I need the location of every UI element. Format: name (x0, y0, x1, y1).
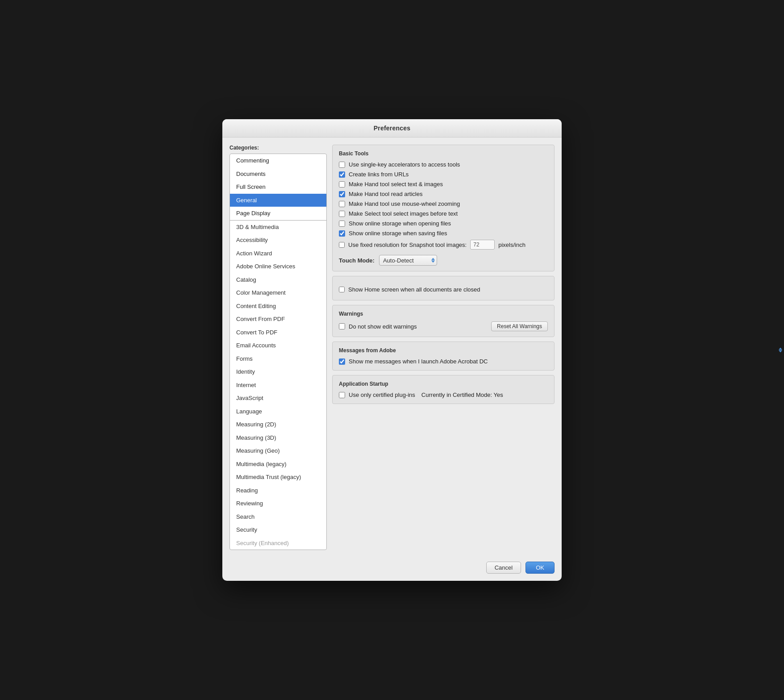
hand-tool-zoom-row: Make Hand tool use mouse-wheel zooming (339, 200, 548, 207)
basic-tools-section: Basic Tools Use single-key accelerators … (332, 145, 555, 271)
sidebar-item-full-screen[interactable]: Full Screen (230, 180, 326, 194)
sidebar-item-identity[interactable]: Identity (230, 365, 326, 379)
sidebar-item-page-display[interactable]: Page Display (230, 207, 326, 220)
startup-section: Application Startup Use only certified p… (332, 375, 555, 404)
sidebar-item-multimedia-trust[interactable]: Multimedia Trust (legacy) (230, 471, 326, 484)
dialog-body: Categories: Commenting Documents Full Sc… (222, 138, 562, 557)
sidebar-item-forms[interactable]: Forms (230, 352, 326, 366)
messages-row: Show me messages when I launch Adobe Acr… (339, 358, 548, 365)
sidebar-item-documents[interactable]: Documents (230, 167, 326, 181)
edit-warnings-label: Do not show edit warnings (349, 323, 417, 330)
sidebar-item-commenting[interactable]: Commenting (230, 154, 326, 167)
sidebar-item-content-editing[interactable]: Content Editing (230, 300, 326, 313)
title-bar: Preferences (222, 119, 562, 138)
certified-plugins-checkbox[interactable] (339, 392, 345, 398)
touch-mode-up-arrow (431, 258, 435, 260)
resolution-label: Use fixed resolution for Snapshot tool i… (348, 242, 467, 248)
hand-tool-text-row: Make Hand tool select text & images (339, 181, 548, 188)
sidebar-item-email-accounts[interactable]: Email Accounts (230, 339, 326, 352)
single-key-accelerators-label: Use single-key accelerators to access to… (349, 161, 460, 168)
dialog-footer: Cancel OK (222, 557, 562, 581)
hand-tool-articles-row: Make Hand tool read articles (339, 191, 548, 197)
certified-mode-label: Currently in Certified Mode: (421, 392, 492, 398)
hand-tool-text-checkbox[interactable] (339, 181, 345, 188)
category-group-bottom: 3D & Multimedia Accessibility Action Wiz… (230, 221, 326, 550)
single-key-accelerators-checkbox[interactable] (339, 162, 345, 168)
sidebar-item-measuring-geo[interactable]: Measuring (Geo) (230, 444, 326, 458)
show-online-saving-row: Show online storage when saving files (339, 230, 548, 237)
home-screen-checkbox[interactable] (339, 287, 345, 292)
certified-mode-text: Currently in Certified Mode: Yes (421, 392, 503, 398)
show-online-opening-label: Show online storage when opening files (349, 220, 451, 227)
sidebar-item-color-management[interactable]: Color Management (230, 286, 326, 300)
sidebar-item-reviewing[interactable]: Reviewing (230, 497, 326, 510)
ok-button[interactable]: OK (525, 562, 555, 574)
sidebar-item-3d-multimedia[interactable]: 3D & Multimedia (230, 221, 326, 234)
certified-plugins-label: Use only certified plug-ins (349, 392, 415, 398)
warnings-section: Warnings Do not show edit warnings Reset… (332, 305, 555, 337)
show-online-opening-row: Show online storage when opening files (339, 220, 548, 227)
sidebar-item-convert-to-pdf[interactable]: Convert To PDF (230, 326, 326, 339)
touch-mode-chevron (431, 258, 435, 263)
hand-tool-zoom-checkbox[interactable] (339, 201, 345, 207)
sidebar-item-accessibility[interactable]: Accessibility (230, 233, 326, 247)
touch-mode-label: Touch Mode: (339, 257, 375, 264)
preferences-dialog: Preferences Categories: Commenting Docum… (222, 119, 562, 581)
sidebar-item-convert-from-pdf[interactable]: Convert From PDF (230, 312, 326, 326)
certified-mode-value: Yes (493, 392, 503, 398)
startup-title: Application Startup (339, 381, 548, 387)
sidebar-item-action-wizard[interactable]: Action Wizard (230, 247, 326, 260)
hand-tool-articles-label: Make Hand tool read articles (349, 191, 422, 197)
sidebar-item-javascript[interactable]: JavaScript (230, 392, 326, 405)
touch-mode-select[interactable]: Auto-Detect (379, 255, 437, 266)
hand-tool-text-label: Make Hand tool select text & images (349, 181, 443, 188)
hand-tool-articles-checkbox[interactable] (339, 191, 345, 197)
sidebar-item-measuring-2d[interactable]: Measuring (2D) (230, 418, 326, 431)
left-panel: Categories: Commenting Documents Full Sc… (229, 145, 327, 550)
select-tool-label: Make Select tool select images before te… (349, 210, 458, 217)
touch-mode-down-arrow (431, 261, 435, 263)
dialog-title: Preferences (374, 125, 410, 132)
hand-tool-zoom-label: Make Hand tool use mouse-wheel zooming (349, 200, 460, 207)
create-links-checkbox[interactable] (339, 171, 345, 178)
basic-tools-title: Basic Tools (339, 150, 548, 157)
show-online-saving-label: Show online storage when saving files (349, 230, 447, 237)
sidebar-item-search[interactable]: Search (230, 510, 326, 524)
resolution-row: Use fixed resolution for Snapshot tool i… (339, 240, 548, 250)
sidebar-item-multimedia-legacy[interactable]: Multimedia (legacy) (230, 458, 326, 471)
cancel-button[interactable]: Cancel (486, 562, 521, 574)
warnings-title: Warnings (339, 311, 548, 317)
right-panel: Basic Tools Use single-key accelerators … (332, 145, 555, 550)
startup-row: Use only certified plug-ins Currently in… (339, 392, 548, 398)
resolution-unit: pixels/inch (498, 242, 525, 248)
sidebar-item-reading[interactable]: Reading (230, 484, 326, 497)
sidebar-item-security-enhanced[interactable]: Security (Enhanced) (230, 537, 326, 550)
sidebar-item-security[interactable]: Security (230, 523, 326, 537)
show-online-saving-checkbox[interactable] (339, 230, 345, 237)
messages-title: Messages from Adobe (339, 347, 548, 354)
sidebar-item-general[interactable]: General (230, 194, 326, 207)
categories-list: Commenting Documents Full Screen General… (229, 154, 327, 550)
messages-section: Messages from Adobe Show me messages whe… (332, 342, 555, 371)
edit-warnings-checkbox[interactable] (339, 323, 345, 329)
home-screen-row: Show Home screen when all documents are … (339, 282, 548, 295)
select-tool-row: Make Select tool select images before te… (339, 210, 548, 217)
resolution-input[interactable] (470, 240, 495, 250)
categories-label: Categories: (229, 145, 327, 151)
messages-checkbox[interactable] (339, 358, 345, 365)
warnings-row: Do not show edit warnings Reset All Warn… (339, 321, 548, 331)
sidebar-item-adobe-online[interactable]: Adobe Online Services (230, 260, 326, 273)
show-online-opening-checkbox[interactable] (339, 221, 345, 227)
home-screen-section: Show Home screen when all documents are … (332, 276, 555, 300)
edit-warnings-row: Do not show edit warnings (339, 323, 417, 330)
select-tool-checkbox[interactable] (339, 211, 345, 217)
sidebar-item-catalog[interactable]: Catalog (230, 273, 326, 287)
resolution-checkbox[interactable] (339, 242, 345, 248)
category-group-top: Commenting Documents Full Screen General… (230, 154, 326, 221)
reset-warnings-button[interactable]: Reset All Warnings (491, 321, 548, 331)
sidebar-item-language[interactable]: Language (230, 405, 326, 418)
sidebar-item-internet[interactable]: Internet (230, 379, 326, 392)
create-links-row: Create links from URLs (339, 171, 548, 178)
sidebar-item-measuring-3d[interactable]: Measuring (3D) (230, 431, 326, 445)
home-screen-label: Show Home screen when all documents are … (348, 286, 480, 293)
